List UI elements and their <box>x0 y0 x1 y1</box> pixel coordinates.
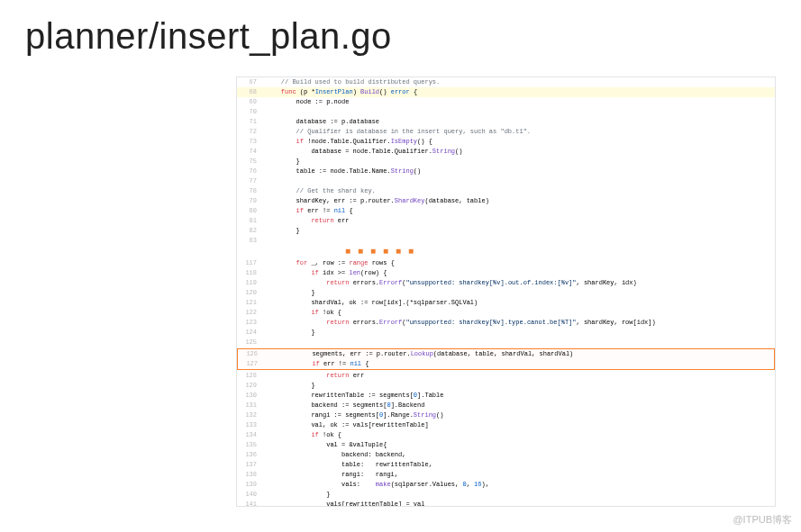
code-line: 83 <box>237 236 775 246</box>
code-line: 126 segments, err := p.router.Lookup(dat… <box>238 349 774 359</box>
code-content: shardKey, err := p.router.ShardKey(datab… <box>262 196 775 206</box>
code-line: 77 <box>237 176 775 186</box>
code-line: 67 // Build used to build distributed qu… <box>237 77 775 87</box>
code-line: 129 } <box>237 381 775 391</box>
line-number: 138 <box>237 470 262 480</box>
code-line: 125 <box>237 338 775 347</box>
code-content: } <box>262 288 775 298</box>
code-content: vals: make(sqlparser.Values, 0, 16), <box>262 480 775 490</box>
code-line: 131 backend := segments[0].Backend <box>237 401 775 410</box>
code-ellipsis: ■ ■ ■ ■ ■ ■ <box>237 246 775 258</box>
code-content: if !node.Table.Qualifier.IsEmpty() { <box>262 137 775 147</box>
code-content: database = node.Table.Qualifier.String() <box>262 147 775 157</box>
code-content: rewrittenTable := segments[0].Table <box>262 391 775 401</box>
code-line: 71 database := p.database <box>237 117 775 127</box>
code-line: 127 if err != nil { <box>238 359 774 369</box>
line-number: 140 <box>237 490 262 500</box>
line-number: 68 <box>237 87 262 97</box>
code-content: database := p.database <box>262 117 775 127</box>
code-content: } <box>262 381 775 391</box>
code-line: 117 for _, row := range rows { <box>237 258 775 268</box>
line-number: 81 <box>237 216 262 226</box>
code-line: 128 return err <box>237 371 775 381</box>
code-line: 139 vals: make(sqlparser.Values, 0, 16), <box>237 480 775 490</box>
code-content: rangi := segments[0].Range.String() <box>262 410 775 420</box>
code-line: 80 if err != nil { <box>237 206 775 216</box>
code-line: 122 if !ok { <box>237 308 775 318</box>
code-content: val = &valTuple{ <box>262 440 775 450</box>
line-number: 128 <box>237 371 262 381</box>
line-number: 82 <box>237 226 262 236</box>
code-content: if !ok { <box>262 430 775 440</box>
code-content: val, ok := vals[rewrittenTable] <box>262 420 775 430</box>
line-number: 130 <box>237 391 262 401</box>
code-content: return err <box>262 371 775 381</box>
code-line: 81 return err <box>237 216 775 226</box>
code-line: 135 val = &valTuple{ <box>237 440 775 450</box>
code-line: 137 table: rewrittenTable, <box>237 460 775 470</box>
code-line: 70 <box>237 107 775 117</box>
line-number: 118 <box>237 268 262 278</box>
code-content: node := p.node <box>262 97 775 107</box>
code-content: return err <box>262 216 775 226</box>
line-number: 123 <box>237 318 262 328</box>
code-line: 118 if idx >= len(row) { <box>237 268 775 278</box>
code-line: 130 rewrittenTable := segments[0].Table <box>237 391 775 401</box>
code-content: return errors.Errorf("unsupported: shard… <box>262 278 775 288</box>
line-number: 80 <box>237 206 262 216</box>
code-line: 133 val, ok := vals[rewrittenTable] <box>237 420 775 430</box>
code-line: 141 vals[rewrittenTable] = val <box>237 500 775 507</box>
line-number: 74 <box>237 147 262 157</box>
code-line: 73 if !node.Table.Qualifier.IsEmpty() { <box>237 137 775 147</box>
line-number: 125 <box>237 338 262 347</box>
line-number: 77 <box>237 176 262 186</box>
code-line: 74 database = node.Table.Qualifier.Strin… <box>237 147 775 157</box>
code-line: 120 } <box>237 288 775 298</box>
code-content: for _, row := range rows { <box>262 258 775 268</box>
line-number: 79 <box>237 196 262 206</box>
code-content: } <box>262 328 775 338</box>
code-content: table := node.Table.Name.String() <box>262 167 775 176</box>
line-number: 137 <box>237 460 262 470</box>
code-line: 124 } <box>237 328 775 338</box>
line-number: 67 <box>237 77 262 87</box>
line-number: 121 <box>237 298 262 308</box>
line-number: 133 <box>237 420 262 430</box>
code-content: // Qualifier is database in the insert q… <box>262 127 775 137</box>
code-line: 121 shardVal, ok := row[idx].(*sqlparser… <box>237 298 775 308</box>
line-number: 73 <box>237 137 262 147</box>
line-number: 129 <box>237 381 262 391</box>
line-number: 72 <box>237 127 262 137</box>
code-line: 138 rangi: rangi, <box>237 470 775 480</box>
code-line: 132 rangi := segments[0].Range.String() <box>237 410 775 420</box>
code-line: 72 // Qualifier is database in the inser… <box>237 127 775 137</box>
line-number: 126 <box>238 349 263 359</box>
code-content: } <box>262 226 775 236</box>
code-line: 136 backend: backend, <box>237 450 775 460</box>
code-line: 123 return errors.Errorf("unsupported: s… <box>237 318 775 328</box>
code-content: backend := segments[0].Backend <box>262 401 775 410</box>
line-number: 71 <box>237 117 262 127</box>
line-number: 135 <box>237 440 262 450</box>
line-number: 83 <box>237 236 262 246</box>
line-number: 122 <box>237 308 262 318</box>
code-line: 69 node := p.node <box>237 97 775 107</box>
highlighted-code-box: 126 segments, err := p.router.Lookup(dat… <box>237 348 775 370</box>
line-number: 141 <box>237 500 262 507</box>
code-line: 140 } <box>237 490 775 500</box>
code-content: segments, err := p.router.Lookup(databas… <box>263 349 774 359</box>
line-number: 78 <box>237 186 262 196</box>
code-body: 67 // Build used to build distributed qu… <box>237 77 775 507</box>
watermark: @ITPUB博客 <box>733 513 792 527</box>
line-number: 70 <box>237 107 262 117</box>
line-number: 132 <box>237 410 262 420</box>
code-content: vals[rewrittenTable] = val <box>262 500 775 507</box>
code-line: 82 } <box>237 226 775 236</box>
line-number: 120 <box>237 288 262 298</box>
line-number: 69 <box>237 97 262 107</box>
line-number: 134 <box>237 430 262 440</box>
line-number: 117 <box>237 258 262 268</box>
code-content: if err != nil { <box>262 206 775 216</box>
line-number: 139 <box>237 480 262 490</box>
line-number: 131 <box>237 401 262 410</box>
